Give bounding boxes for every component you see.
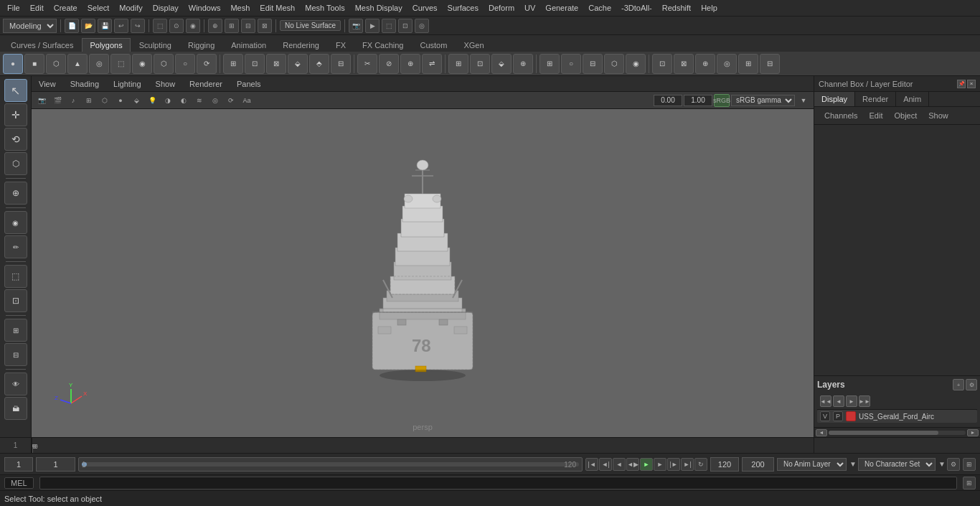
vp-light-btn[interactable]: 💡 <box>145 94 159 107</box>
menu-modify[interactable]: Modify <box>115 2 146 14</box>
pb-goto-end[interactable]: ►| <box>681 458 694 471</box>
move-tool-btn[interactable]: ✛ <box>4 103 27 126</box>
scene-area[interactable]: 78 <box>32 109 814 437</box>
menu-mesh-display[interactable]: Mesh Display <box>351 2 407 14</box>
vp-color-mode[interactable]: sRGB <box>714 94 730 107</box>
vp-menu-shading[interactable]: Shading <box>67 78 102 90</box>
char-set-arrow[interactable]: ▼ <box>938 460 944 468</box>
lasso-btn[interactable]: ⊙ <box>169 19 184 33</box>
layer-nav-next[interactable]: ► <box>846 395 857 407</box>
layer-nav-next-next[interactable]: ►► <box>859 395 870 407</box>
panel-pin-btn[interactable]: 📌 <box>957 80 966 88</box>
menu-generate[interactable]: Generate <box>541 2 583 14</box>
vp-gamma-arrow[interactable]: ▼ <box>796 94 811 107</box>
pb-play-back[interactable]: ◄▶ <box>626 458 639 471</box>
mel-indicator[interactable]: MEL <box>4 477 34 489</box>
tab-sculpting[interactable]: Sculpting <box>131 38 179 52</box>
anim-layer-select[interactable]: No Anim Layer <box>777 458 847 471</box>
vp-motion-btn[interactable]: ⟳ <box>224 94 238 107</box>
panel-tab-display[interactable]: Display <box>814 92 855 106</box>
menu-curves[interactable]: Curves <box>408 2 442 14</box>
pb-step-back[interactable]: ◄| <box>599 458 612 471</box>
menu-surfaces[interactable]: Surfaces <box>443 2 483 14</box>
uv-tool4[interactable]: ◎ <box>717 54 737 74</box>
merge-tool[interactable]: ⊠ <box>266 54 286 74</box>
frame-start-input[interactable]: 1 <box>4 457 33 472</box>
vp-menu-panels[interactable]: Panels <box>234 78 264 90</box>
slice-tool[interactable]: ⊘ <box>379 54 399 74</box>
menu-edit-mesh[interactable]: Edit Mesh <box>255 2 299 14</box>
pipe-tool[interactable]: ○ <box>175 54 195 74</box>
cylinder-tool[interactable]: ⬡ <box>46 54 66 74</box>
snap3-btn[interactable]: ⊟ <box>241 19 255 33</box>
layer-options-btn[interactable]: ⚙ <box>966 379 977 390</box>
paint-btn[interactable]: ◉ <box>186 19 200 33</box>
menu-mesh-tools[interactable]: Mesh Tools <box>301 2 349 14</box>
sculpt-tool[interactable]: ◉ <box>626 54 646 74</box>
vp-menu-renderer[interactable]: Renderer <box>187 78 225 90</box>
redo-btn[interactable]: ↪ <box>131 19 145 33</box>
menu-redshift[interactable]: Redshift <box>658 2 695 14</box>
total-frames-input[interactable]: 200 <box>742 457 774 472</box>
menu-edit[interactable]: Edit <box>26 2 48 14</box>
camera-btn[interactable]: 📷 <box>349 19 363 33</box>
tab-rigging[interactable]: Rigging <box>180 38 222 52</box>
timeline-ruler[interactable]: 0510152025303540455055606570758085909510… <box>32 438 814 453</box>
show-hide[interactable]: 👁 <box>4 373 27 395</box>
timeline[interactable]: 1 05101520253035404550556065707580859095… <box>0 437 980 453</box>
vp-num2[interactable]: 1.00 <box>684 95 712 106</box>
vp-texture-btn[interactable]: ⬙ <box>129 94 143 107</box>
extrude-tool[interactable]: ⊞ <box>223 54 243 74</box>
snap-btn[interactable]: ⊕ <box>208 19 222 33</box>
sub-tab-edit[interactable]: Edit <box>863 110 888 121</box>
snap-grid[interactable]: ⊟ <box>4 343 27 366</box>
menu-windows[interactable]: Windows <box>184 2 225 14</box>
torus-tool[interactable]: ◎ <box>89 54 109 74</box>
menu-create[interactable]: Create <box>50 2 82 14</box>
tab-curves-surfaces[interactable]: Curves / Surfaces <box>3 38 81 52</box>
fill-hole-tool[interactable]: ○ <box>561 54 581 74</box>
vp-dof-btn[interactable]: ◎ <box>208 94 222 107</box>
render2-btn[interactable]: ⬚ <box>382 19 396 33</box>
subdivide-tool[interactable]: ⊟ <box>331 54 351 74</box>
sub-tab-object[interactable]: Object <box>888 110 923 121</box>
panel-scrollbar[interactable]: ◄ ► <box>814 427 980 437</box>
save-btn[interactable]: 💾 <box>98 19 112 33</box>
universal-manip[interactable]: ⊕ <box>4 182 27 205</box>
tab-custom[interactable]: Custom <box>413 38 456 52</box>
vp-wire-btn[interactable]: ⬡ <box>98 94 112 107</box>
layer-nav-prev[interactable]: ◄ <box>833 395 844 407</box>
chamfer-tool[interactable]: ⬘ <box>309 54 329 74</box>
status-extra-btn[interactable]: ⊞ <box>963 477 976 489</box>
tab-fx[interactable]: FX <box>328 38 354 52</box>
tab-rendering[interactable]: Rendering <box>275 38 327 52</box>
render4-btn[interactable]: ◎ <box>415 19 429 33</box>
vp-fog-btn[interactable]: ≋ <box>192 94 207 107</box>
uv-tool2[interactable]: ⊠ <box>674 54 694 74</box>
command-input[interactable] <box>39 477 957 489</box>
vp-shade-btn[interactable]: ● <box>113 94 128 107</box>
render3-btn[interactable]: ⊡ <box>398 19 413 33</box>
menu-file[interactable]: File <box>3 2 24 14</box>
snap2-btn[interactable]: ⊞ <box>225 19 239 33</box>
render-btn[interactable]: ▶ <box>365 19 380 33</box>
tab-animation[interactable]: Animation <box>223 38 274 52</box>
retopo-tool[interactable]: ⬡ <box>604 54 624 74</box>
tab-xgen[interactable]: XGen <box>456 38 491 52</box>
new-btn[interactable]: 📄 <box>65 19 79 33</box>
append-poly-tool[interactable]: ⊞ <box>540 54 560 74</box>
vp-camera-btn[interactable]: 📷 <box>34 94 49 107</box>
layer-color-0[interactable] <box>846 411 856 421</box>
platonic-tool[interactable]: ⬡ <box>154 54 174 74</box>
scale-tool-btn[interactable]: ⬡ <box>4 152 27 175</box>
vp-num1[interactable]: 0.00 <box>654 95 682 106</box>
menu-select[interactable]: Select <box>83 2 114 14</box>
open-btn[interactable]: 📂 <box>81 19 95 33</box>
pb-next-key[interactable]: ► <box>654 458 666 471</box>
snap-pts[interactable]: ⊞ <box>4 319 27 342</box>
vp-menu-show[interactable]: Show <box>153 78 179 90</box>
layer-nav-prev-prev[interactable]: ◄◄ <box>820 395 831 407</box>
tab-polygons[interactable]: Polygons <box>82 38 130 52</box>
mode-select[interactable]: Modeling <box>3 19 57 33</box>
char-set-select[interactable]: No Character Set <box>858 458 936 471</box>
